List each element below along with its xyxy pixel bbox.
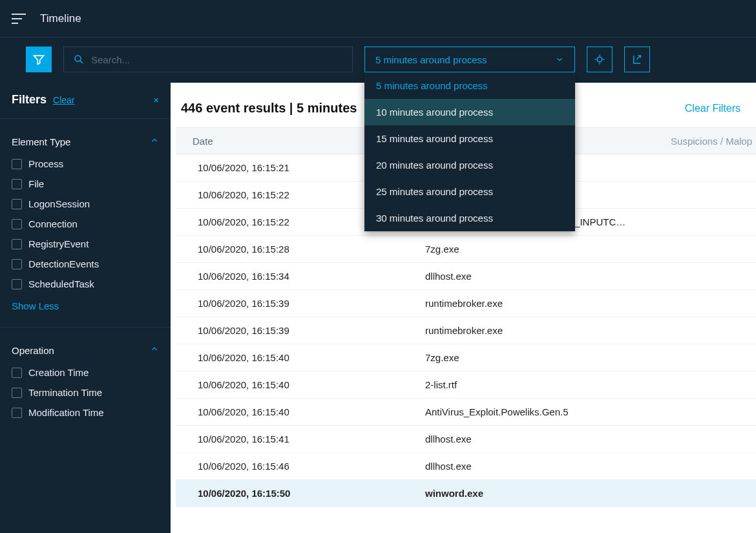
checkbox-icon	[12, 199, 22, 209]
chevron-up-icon	[150, 136, 159, 147]
operation-checkbox[interactable]: Termination Time	[0, 382, 171, 402]
time-range-option[interactable]: 25 minutes around process	[364, 178, 575, 205]
table-row[interactable]: 10/06/2020, 16:15:46dllhost.exe	[176, 453, 756, 480]
table-row[interactable]: 10/06/2020, 16:15:39runtimebroker.exe	[176, 290, 756, 317]
filters-sidebar: Filters Clear × Element Type ProcessFile…	[0, 83, 171, 533]
checkbox-icon	[12, 388, 22, 398]
cell-name: runtimebroker.exe	[425, 298, 756, 309]
time-range-option[interactable]: 15 minutes around process	[364, 125, 575, 152]
chevron-up-icon	[150, 344, 159, 356]
element-type-checkbox[interactable]: ScheduledTask	[0, 274, 171, 294]
section-operation-title: Operation	[12, 345, 54, 356]
checkbox-label: Creation Time	[28, 367, 89, 378]
checkbox-icon	[12, 279, 22, 289]
page-title: Timeline	[40, 12, 81, 25]
export-button[interactable]	[624, 47, 650, 72]
checkbox-icon	[12, 159, 22, 169]
svg-point-2	[597, 57, 602, 62]
cell-date: 10/06/2020, 16:15:39	[198, 298, 425, 309]
export-icon	[631, 54, 643, 65]
clear-link[interactable]: Clear	[53, 95, 74, 105]
cell-name: 2-list.rtf	[425, 379, 756, 390]
time-range-dropdown-wrap: 5 minutes around process 5 minutes aroun…	[364, 47, 575, 72]
app-header: Timeline	[0, 0, 756, 37]
checkbox-label: Modification Time	[28, 407, 104, 418]
cell-name: dllhost.exe	[425, 434, 756, 444]
checkbox-label: RegistryEvent	[28, 238, 89, 249]
svg-point-0	[75, 56, 81, 61]
divider	[0, 118, 171, 119]
chevron-down-icon	[555, 55, 564, 64]
checkbox-label: Connection	[28, 218, 78, 229]
checkbox-label: DetectionEvents	[28, 258, 99, 269]
element-type-checkbox[interactable]: Connection	[0, 214, 171, 234]
table-row[interactable]: 10/06/2020, 16:15:40AntiVirus_Exploit.Po…	[176, 399, 756, 426]
table-row[interactable]: 10/06/2020, 16:15:50winword.exe	[176, 480, 756, 507]
cell-date: 10/06/2020, 16:15:40	[198, 379, 425, 390]
element-type-checkbox[interactable]: RegistryEvent	[0, 234, 171, 254]
checkbox-label: ScheduledTask	[28, 278, 94, 289]
target-button[interactable]	[587, 47, 613, 72]
cell-name: winword.exe	[425, 488, 756, 499]
cell-date: 10/06/2020, 16:15:46	[198, 461, 425, 472]
divider	[0, 327, 171, 328]
checkbox-label: File	[28, 178, 44, 189]
funnel-icon	[32, 53, 45, 66]
time-range-option[interactable]: 5 minutes around process	[364, 72, 575, 99]
checkbox-icon	[12, 219, 22, 229]
cell-name: runtimebroker.exe	[425, 325, 756, 336]
cell-name: 7zg.exe	[425, 244, 756, 255]
table-row[interactable]: 10/06/2020, 16:15:402-list.rtf	[176, 371, 756, 399]
cell-name: 7zg.exe	[425, 352, 756, 363]
table-row[interactable]: 10/06/2020, 16:15:39runtimebroker.exe	[176, 317, 756, 344]
menu-icon[interactable]	[12, 14, 26, 24]
cell-name: dllhost.exe	[425, 461, 756, 472]
col-suspicions[interactable]: Suspicions / Malop	[666, 136, 756, 147]
section-element-type-header[interactable]: Element Type	[0, 125, 171, 154]
table-row[interactable]: 10/06/2020, 16:15:287zg.exe	[176, 236, 756, 263]
cell-date: 10/06/2020, 16:15:50	[198, 488, 425, 499]
checkbox-icon	[12, 368, 22, 378]
table-row[interactable]: 10/06/2020, 16:15:41dllhost.exe	[176, 426, 756, 453]
operation-checkbox[interactable]: Modification Time	[0, 402, 171, 423]
table-row[interactable]: 10/06/2020, 16:15:407zg.exe	[176, 344, 756, 371]
clear-filters-link[interactable]: Clear Filters	[685, 103, 740, 114]
cell-name: AntiVirus_Exploit.Poweliks.Gen.5	[425, 406, 756, 417]
table-row[interactable]: 10/06/2020, 16:15:34dllhost.exe	[176, 263, 756, 290]
toolbar: 5 minutes around process 5 minutes aroun…	[0, 37, 756, 83]
operation-checkbox[interactable]: Creation Time	[0, 362, 171, 382]
search-field[interactable]	[63, 47, 353, 72]
checkbox-icon	[12, 259, 22, 269]
filter-toggle-button[interactable]	[26, 47, 52, 72]
checkbox-label: LogonSession	[28, 198, 90, 209]
element-type-checkbox[interactable]: DetectionEvents	[0, 254, 171, 274]
cell-date: 10/06/2020, 16:15:40	[198, 352, 425, 363]
element-type-checkbox[interactable]: Process	[0, 154, 171, 174]
section-operation-header[interactable]: Operation	[0, 334, 171, 362]
cell-date: 10/06/2020, 16:15:41	[198, 434, 425, 444]
section-element-type-title: Element Type	[12, 136, 70, 147]
checkbox-icon	[12, 239, 22, 249]
close-filters-button[interactable]: ×	[153, 94, 159, 105]
cell-date: 10/06/2020, 16:15:28	[198, 244, 425, 255]
crosshair-icon	[594, 54, 605, 65]
time-range-dropdown[interactable]: 5 minutes around process	[364, 47, 575, 72]
time-range-option[interactable]: 10 minutes around process	[364, 99, 575, 125]
checkbox-label: Process	[28, 158, 63, 169]
cell-date: 10/06/2020, 16:15:39	[198, 325, 425, 336]
search-icon	[73, 54, 85, 65]
show-less-link[interactable]: Show Less	[0, 294, 171, 323]
element-type-checkbox[interactable]: LogonSession	[0, 194, 171, 214]
checkbox-label: Termination Time	[28, 387, 102, 398]
time-range-option[interactable]: 30 minutes around process	[364, 205, 575, 231]
time-range-options: 5 minutes around process10 minutes aroun…	[364, 72, 575, 231]
cell-date: 10/06/2020, 16:15:40	[198, 406, 425, 417]
element-type-checkbox[interactable]: File	[0, 174, 171, 194]
time-range-selected: 5 minutes around process	[375, 54, 487, 65]
checkbox-icon	[12, 408, 22, 418]
search-input[interactable]	[91, 54, 343, 65]
cell-date: 10/06/2020, 16:15:34	[198, 271, 425, 282]
filters-title: Filters	[12, 93, 47, 107]
cell-name: dllhost.exe	[425, 271, 756, 282]
time-range-option[interactable]: 20 minutes around process	[364, 152, 575, 178]
